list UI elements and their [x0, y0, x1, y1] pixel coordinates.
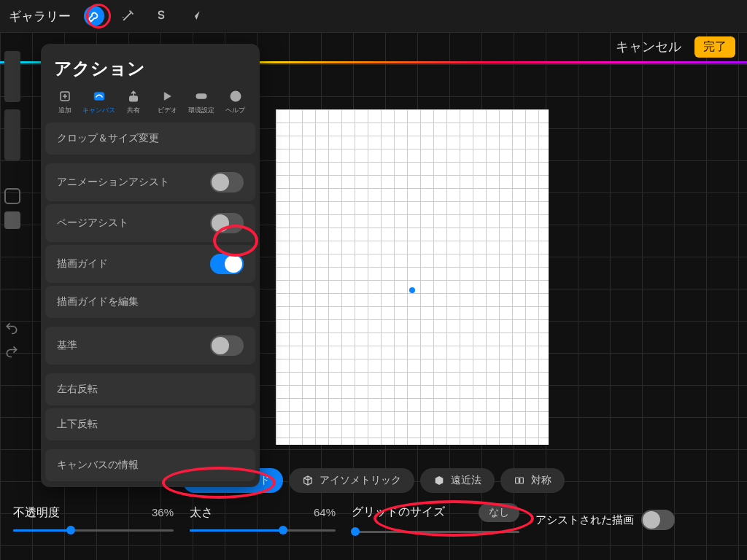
row-guide-edit[interactable]: 描画ガイドを編集 [45, 286, 255, 318]
slider-value[interactable]: なし [479, 503, 519, 522]
canvas-preview[interactable] [276, 109, 549, 445]
row-flip-v[interactable]: 上下反転 [45, 408, 255, 440]
toggle-assist[interactable] [641, 510, 675, 530]
center-dot-icon[interactable] [409, 287, 415, 293]
slider-label: 太さ [190, 505, 213, 521]
panel-list: クロップ＆サイズ変更 アニメーションアシスト ページアシスト 描画ガイド 描画ガ… [41, 121, 260, 483]
share-icon [126, 89, 141, 104]
row-label: ページアシスト [57, 217, 128, 230]
slider-label: 不透明度 [13, 505, 60, 521]
tab-add[interactable]: 追加 [48, 89, 82, 115]
plus-square-icon [58, 89, 72, 104]
row-label: 左右反転 [57, 383, 98, 396]
tab-canvas[interactable]: キャンバス [82, 89, 116, 115]
undo-redo [4, 321, 19, 362]
row-label: クロップ＆サイズ変更 [57, 132, 159, 145]
toggle-anim[interactable] [210, 172, 244, 192]
row-flip-h[interactable]: 左右反転 [45, 373, 255, 405]
row-anim[interactable]: アニメーションアシスト [45, 163, 255, 201]
svg-rect-12 [520, 478, 524, 483]
canvas-icon [92, 89, 107, 104]
actions-panel: アクション 追加 キャンバス 共有 ビデオ 環境設定 ヘルプ クロップ＆サイズ変… [41, 44, 260, 487]
assist-label: アシストされた描画 [535, 513, 634, 527]
svg-point-6 [235, 98, 236, 100]
tab-label: 共有 [127, 106, 140, 115]
row-label: キャンバスの情報 [57, 459, 139, 472]
cancel-button[interactable]: キャンセル [616, 38, 681, 55]
tab-share[interactable]: 共有 [117, 89, 150, 115]
undo-icon[interactable] [4, 321, 19, 338]
done-button[interactable]: 完了 [694, 36, 735, 58]
svg-rect-11 [516, 478, 519, 483]
row-reference[interactable]: 基準 [45, 327, 255, 365]
cube-icon [302, 475, 314, 486]
row-label: 基準 [57, 339, 77, 352]
opacity-slider[interactable] [4, 109, 20, 160]
mtab-label: 対称 [531, 474, 551, 487]
slider-value: 64% [314, 506, 336, 518]
help-icon [228, 89, 243, 104]
toggle-guide[interactable] [210, 254, 244, 274]
wand-icon[interactable] [117, 6, 138, 26]
slider-opacity[interactable]: 不透明度 36% [13, 505, 174, 535]
tab-label: 環境設定 [188, 106, 214, 115]
mtab-label: 遠近法 [451, 474, 481, 487]
tab-label: ヘルプ [225, 106, 245, 115]
mtab-label: アイソメトリック [320, 474, 401, 487]
tab-symmetry[interactable]: 対称 [500, 468, 565, 493]
brush-size-slider[interactable] [4, 51, 20, 102]
cube-solid-icon [433, 475, 445, 486]
tab-perspective[interactable]: 遠近法 [420, 468, 495, 493]
tab-label: ビデオ [158, 106, 177, 115]
color-square-icon[interactable] [4, 188, 20, 204]
sliders-row: 不透明度 36% 太さ 64% グリッドのサイズ なし アシストされた描画 [10, 503, 737, 537]
panel-title: アクション [41, 54, 260, 89]
toggle-icon [194, 89, 209, 104]
panel-tabs: 追加 キャンバス 共有 ビデオ 環境設定 ヘルプ [41, 89, 260, 121]
toggle-reference[interactable] [210, 335, 244, 356]
toggle-page[interactable] [210, 213, 244, 233]
row-label: 描画ガイドを編集 [57, 295, 139, 308]
redo-icon[interactable] [4, 344, 19, 362]
row-label: アニメーションアシスト [57, 176, 169, 189]
row-crop[interactable]: クロップ＆サイズ変更 [45, 122, 255, 155]
svg-rect-2 [129, 96, 137, 101]
gallery-button[interactable]: ギャラリー [9, 8, 71, 25]
tab-prefs[interactable]: 環境設定 [185, 89, 218, 115]
top-toolbar: ギャラリー [0, 0, 747, 32]
row-info[interactable]: キャンバスの情報 [45, 449, 255, 481]
tab-help[interactable]: ヘルプ [219, 89, 252, 115]
svg-rect-1 [94, 93, 104, 101]
slider-thickness[interactable]: 太さ 64% [190, 505, 336, 535]
tab-label: 追加 [58, 106, 71, 115]
row-guide[interactable]: 描画ガイド [45, 245, 255, 283]
row-label: 上下反転 [57, 418, 98, 431]
slider-gridsize[interactable]: グリッドのサイズ なし [352, 503, 519, 537]
slider-label: グリッドのサイズ [352, 505, 445, 520]
tab-label: キャンバス [82, 106, 115, 115]
tab-video[interactable]: ビデオ [150, 89, 184, 115]
row-label: 描画ガイド [57, 257, 108, 271]
s-icon[interactable] [151, 6, 171, 26]
svg-point-4 [202, 95, 206, 98]
left-rail [0, 51, 25, 229]
mirror-icon [514, 475, 525, 486]
tab-iso[interactable]: アイソメトリック [289, 468, 414, 493]
assist-drawing: アシストされた描画 [535, 510, 675, 530]
tool-slot[interactable] [4, 211, 20, 229]
row-page[interactable]: ページアシスト [45, 204, 255, 242]
wrench-icon[interactable] [84, 6, 104, 26]
play-icon [160, 89, 174, 104]
slider-value: 36% [152, 506, 174, 518]
arrow-icon[interactable] [185, 6, 205, 26]
